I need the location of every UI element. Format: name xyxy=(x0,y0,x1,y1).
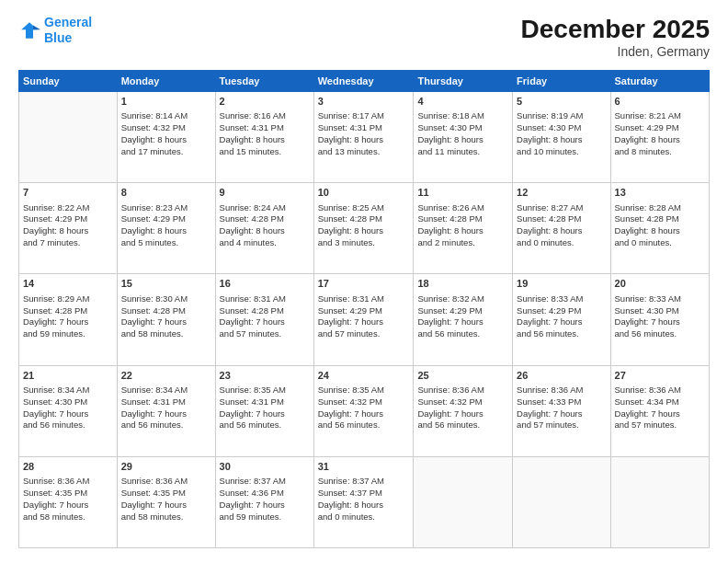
calendar-cell: 9Sunrise: 8:24 AMSunset: 4:28 PMDaylight… xyxy=(215,183,313,274)
day-number: 20 xyxy=(615,277,705,291)
day-info: Sunrise: 8:35 AMSunset: 4:31 PMDaylight:… xyxy=(220,385,310,431)
day-info: Sunrise: 8:14 AMSunset: 4:32 PMDaylight:… xyxy=(121,110,211,157)
calendar-cell: 3Sunrise: 8:17 AMSunset: 4:31 PMDaylight… xyxy=(313,92,414,183)
calendar-cell: 22Sunrise: 8:34 AMSunset: 4:31 PMDayligh… xyxy=(117,365,215,456)
day-number: 29 xyxy=(121,460,211,474)
logo-icon xyxy=(18,19,40,41)
calendar-cell: 12Sunrise: 8:27 AMSunset: 4:28 PMDayligh… xyxy=(513,183,610,274)
day-number: 15 xyxy=(121,277,211,291)
day-info: Sunrise: 8:25 AMSunset: 4:28 PMDaylight:… xyxy=(318,202,410,249)
calendar-cell xyxy=(610,456,709,547)
day-info: Sunrise: 8:36 AMSunset: 4:35 PMDaylight:… xyxy=(23,476,113,523)
calendar-cell: 27Sunrise: 8:36 AMSunset: 4:34 PMDayligh… xyxy=(610,365,709,456)
day-number: 26 xyxy=(517,369,606,383)
day-info: Sunrise: 8:26 AMSunset: 4:28 PMDaylight:… xyxy=(417,202,508,249)
logo: General Blue xyxy=(18,15,92,46)
calendar-row-1: 7Sunrise: 8:22 AMSunset: 4:29 PMDaylight… xyxy=(19,183,710,274)
day-number: 16 xyxy=(220,277,310,291)
calendar-cell: 5Sunrise: 8:19 AMSunset: 4:30 PMDaylight… xyxy=(513,92,610,183)
day-info: Sunrise: 8:18 AMSunset: 4:30 PMDaylight:… xyxy=(417,110,508,157)
col-wednesday: Wednesday xyxy=(313,71,414,92)
day-number: 24 xyxy=(318,369,410,383)
day-number: 21 xyxy=(23,369,113,383)
day-number: 28 xyxy=(23,460,113,474)
day-number: 27 xyxy=(615,369,705,383)
day-info: Sunrise: 8:29 AMSunset: 4:28 PMDaylight:… xyxy=(23,293,113,340)
day-number: 10 xyxy=(318,186,410,200)
day-info: Sunrise: 8:33 AMSunset: 4:30 PMDaylight:… xyxy=(615,293,705,340)
day-number: 18 xyxy=(417,277,508,291)
calendar-row-3: 21Sunrise: 8:34 AMSunset: 4:30 PMDayligh… xyxy=(19,365,710,456)
calendar-cell: 15Sunrise: 8:30 AMSunset: 4:28 PMDayligh… xyxy=(117,274,215,365)
day-info: Sunrise: 8:34 AMSunset: 4:31 PMDaylight:… xyxy=(121,385,211,431)
day-info: Sunrise: 8:31 AMSunset: 4:29 PMDaylight:… xyxy=(318,293,410,340)
day-number: 12 xyxy=(517,186,606,200)
calendar-cell: 14Sunrise: 8:29 AMSunset: 4:28 PMDayligh… xyxy=(19,274,118,365)
logo-line2: Blue xyxy=(44,30,72,45)
calendar-cell: 10Sunrise: 8:25 AMSunset: 4:28 PMDayligh… xyxy=(313,183,414,274)
day-info: Sunrise: 8:36 AMSunset: 4:35 PMDaylight:… xyxy=(121,476,211,523)
day-info: Sunrise: 8:27 AMSunset: 4:28 PMDaylight:… xyxy=(517,202,606,249)
calendar-cell: 19Sunrise: 8:33 AMSunset: 4:29 PMDayligh… xyxy=(513,274,610,365)
day-info: Sunrise: 8:16 AMSunset: 4:31 PMDaylight:… xyxy=(220,110,310,157)
calendar-cell: 31Sunrise: 8:37 AMSunset: 4:37 PMDayligh… xyxy=(313,456,414,547)
day-number: 14 xyxy=(23,277,113,291)
day-info: Sunrise: 8:37 AMSunset: 4:36 PMDaylight:… xyxy=(220,476,310,523)
day-number: 19 xyxy=(517,277,606,291)
page: General Blue December 2025 Inden, German… xyxy=(0,0,728,563)
calendar-cell: 24Sunrise: 8:35 AMSunset: 4:32 PMDayligh… xyxy=(313,365,414,456)
day-number: 9 xyxy=(220,186,310,200)
day-number: 2 xyxy=(220,95,310,109)
day-number: 25 xyxy=(417,369,508,383)
calendar-cell: 2Sunrise: 8:16 AMSunset: 4:31 PMDaylight… xyxy=(215,92,313,183)
calendar-cell: 18Sunrise: 8:32 AMSunset: 4:29 PMDayligh… xyxy=(414,274,513,365)
day-info: Sunrise: 8:21 AMSunset: 4:29 PMDaylight:… xyxy=(615,110,705,157)
day-info: Sunrise: 8:24 AMSunset: 4:28 PMDaylight:… xyxy=(220,202,310,249)
day-number: 3 xyxy=(318,95,410,109)
day-number: 22 xyxy=(121,369,211,383)
calendar-cell: 17Sunrise: 8:31 AMSunset: 4:29 PMDayligh… xyxy=(313,274,414,365)
col-tuesday: Tuesday xyxy=(215,71,313,92)
calendar-cell: 4Sunrise: 8:18 AMSunset: 4:30 PMDaylight… xyxy=(414,92,513,183)
logo-line1: General xyxy=(44,15,92,29)
calendar-cell: 28Sunrise: 8:36 AMSunset: 4:35 PMDayligh… xyxy=(19,456,118,547)
day-info: Sunrise: 8:35 AMSunset: 4:32 PMDaylight:… xyxy=(318,385,410,431)
calendar-cell: 20Sunrise: 8:33 AMSunset: 4:30 PMDayligh… xyxy=(610,274,709,365)
day-number: 8 xyxy=(121,186,211,200)
day-number: 5 xyxy=(517,95,606,109)
col-saturday: Saturday xyxy=(610,71,709,92)
svg-marker-1 xyxy=(33,25,40,29)
calendar-header-row: Sunday Monday Tuesday Wednesday Thursday… xyxy=(19,71,710,92)
day-number: 4 xyxy=(417,95,508,109)
calendar-cell: 21Sunrise: 8:34 AMSunset: 4:30 PMDayligh… xyxy=(19,365,118,456)
day-number: 6 xyxy=(615,95,705,109)
title-block: December 2025 Inden, Germany xyxy=(521,15,710,59)
day-info: Sunrise: 8:32 AMSunset: 4:29 PMDaylight:… xyxy=(417,293,508,340)
calendar-cell: 13Sunrise: 8:28 AMSunset: 4:28 PMDayligh… xyxy=(610,183,709,274)
col-thursday: Thursday xyxy=(414,71,513,92)
day-info: Sunrise: 8:19 AMSunset: 4:30 PMDaylight:… xyxy=(517,110,606,157)
day-info: Sunrise: 8:28 AMSunset: 4:28 PMDaylight:… xyxy=(615,202,705,249)
calendar-table: Sunday Monday Tuesday Wednesday Thursday… xyxy=(18,70,710,548)
calendar-cell: 11Sunrise: 8:26 AMSunset: 4:28 PMDayligh… xyxy=(414,183,513,274)
header: General Blue December 2025 Inden, German… xyxy=(18,15,710,59)
calendar-cell: 6Sunrise: 8:21 AMSunset: 4:29 PMDaylight… xyxy=(610,92,709,183)
calendar-row-2: 14Sunrise: 8:29 AMSunset: 4:28 PMDayligh… xyxy=(19,274,710,365)
col-sunday: Sunday xyxy=(19,71,118,92)
calendar-cell: 30Sunrise: 8:37 AMSunset: 4:36 PMDayligh… xyxy=(215,456,313,547)
day-info: Sunrise: 8:22 AMSunset: 4:29 PMDaylight:… xyxy=(23,202,113,249)
calendar-cell: 8Sunrise: 8:23 AMSunset: 4:29 PMDaylight… xyxy=(117,183,215,274)
day-number: 23 xyxy=(220,369,310,383)
calendar-cell: 1Sunrise: 8:14 AMSunset: 4:32 PMDaylight… xyxy=(117,92,215,183)
calendar-cell: 29Sunrise: 8:36 AMSunset: 4:35 PMDayligh… xyxy=(117,456,215,547)
day-number: 17 xyxy=(318,277,410,291)
day-number: 13 xyxy=(615,186,705,200)
day-info: Sunrise: 8:17 AMSunset: 4:31 PMDaylight:… xyxy=(318,110,410,157)
calendar-cell: 23Sunrise: 8:35 AMSunset: 4:31 PMDayligh… xyxy=(215,365,313,456)
calendar-cell: 7Sunrise: 8:22 AMSunset: 4:29 PMDaylight… xyxy=(19,183,118,274)
day-info: Sunrise: 8:34 AMSunset: 4:30 PMDaylight:… xyxy=(23,385,113,431)
calendar-cell: 26Sunrise: 8:36 AMSunset: 4:33 PMDayligh… xyxy=(513,365,610,456)
calendar-cell: 25Sunrise: 8:36 AMSunset: 4:32 PMDayligh… xyxy=(414,365,513,456)
calendar-cell xyxy=(513,456,610,547)
calendar-row-4: 28Sunrise: 8:36 AMSunset: 4:35 PMDayligh… xyxy=(19,456,710,547)
